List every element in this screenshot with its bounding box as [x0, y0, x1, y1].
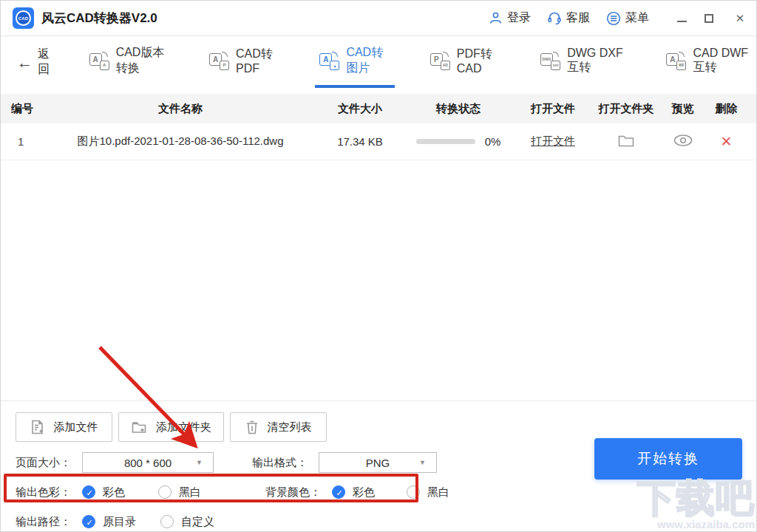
open-file-link[interactable]: 打开文件 — [531, 134, 575, 147]
add-file-label: 添加文件 — [54, 420, 98, 434]
output-color-radio-bw[interactable]: 黑白 — [158, 485, 201, 499]
file-list-empty-area — [1, 160, 756, 400]
tab-dwg-dxf-convert[interactable]: DWGDXF DWG DXF互转 — [536, 36, 631, 88]
bottom-panel: 添加文件 添加文件夹 清空列表 页面大小： 800 * 600 ▼ 输出格式： … — [1, 400, 756, 532]
headset-icon — [547, 11, 562, 25]
tab-bar: ← 返回 AA CAD版本转换 AP CAD转PDF A▴ CAD转图片 PAD… — [1, 36, 756, 88]
back-button[interactable]: ← 返回 — [17, 36, 55, 88]
clear-list-label: 清空列表 — [268, 420, 312, 434]
tab-pdf-to-cad[interactable]: PAD PDF转CAD — [426, 36, 505, 88]
page-size-value: 800 * 600 — [124, 457, 172, 469]
radio-checked-icon — [82, 485, 95, 499]
col-header-preview: 预览 — [659, 102, 707, 116]
radio-label: 自定义 — [181, 515, 214, 529]
radio-label: 原目录 — [103, 515, 136, 529]
tab-label: CAD DWF互转 — [693, 47, 752, 75]
maximize-button[interactable] — [705, 14, 713, 23]
cad-version-convert-icon: AA — [89, 52, 109, 70]
menu-icon — [606, 11, 621, 26]
bg-color-label: 背景颜色： — [265, 485, 332, 499]
output-format-dropdown[interactable]: PNG ▼ — [319, 452, 437, 473]
radio-unchecked-icon — [160, 515, 174, 528]
title-bar: CAD 风云CAD转换器V2.0 登录 客服 菜单 ✕ — [1, 1, 756, 36]
service-label: 客服 — [566, 10, 590, 26]
output-color-radio-color[interactable]: 彩色 — [82, 485, 125, 499]
login-label: 登录 — [507, 10, 531, 26]
tab-label: CAD版本转换 — [116, 45, 169, 76]
trash-icon — [245, 420, 259, 435]
back-arrow-icon: ← — [17, 55, 33, 70]
output-path-radio-original[interactable]: 原目录 — [82, 515, 136, 529]
tab-cad-to-pdf[interactable]: AP CAD转PDF — [205, 36, 284, 88]
page-size-dropdown[interactable]: 800 * 600 ▼ — [82, 452, 214, 473]
radio-checked-icon — [332, 485, 345, 499]
clear-list-button[interactable]: 清空列表 — [230, 412, 327, 442]
caret-down-icon: ▼ — [419, 459, 426, 466]
cad-to-image-icon: A▴ — [319, 52, 339, 70]
output-path-radio-custom[interactable]: 自定义 — [160, 515, 214, 529]
output-color-label: 输出色彩： — [16, 485, 82, 499]
row-id: 1 — [1, 135, 45, 148]
row-filename: 图片10.pdf-2021-01-28-08-36-50-112.dwg — [45, 134, 316, 149]
tab-cad-to-image[interactable]: A▴ CAD转图片 — [315, 36, 394, 88]
radio-label: 黑白 — [427, 485, 449, 499]
delete-button[interactable]: ✕ — [721, 134, 733, 149]
add-file-button[interactable]: 添加文件 — [16, 412, 112, 442]
tab-cad-dwf-convert[interactable]: AWF CAD DWF互转 — [662, 36, 756, 88]
row-filesize: 17.34 KB — [316, 135, 404, 148]
bg-color-radio-bw[interactable]: 黑白 — [407, 485, 449, 499]
table-row: 1 图片10.pdf-2021-01-28-08-36-50-112.dwg 1… — [1, 123, 756, 160]
output-path-label: 输出路径： — [16, 515, 82, 529]
radio-label: 彩色 — [353, 485, 375, 499]
bg-color-radio-color[interactable]: 彩色 — [332, 485, 375, 499]
cad-converter-window: { "titlebar": { "app_title": "风云CAD转换器V2… — [0, 0, 757, 532]
dwg-dxf-convert-icon: DWGDXF — [540, 52, 560, 70]
cad-to-pdf-icon: AP — [209, 52, 229, 70]
radio-unchecked-icon — [407, 485, 420, 499]
app-logo-icon: CAD — [13, 7, 34, 29]
start-convert-button[interactable]: 开始转换 — [594, 438, 742, 480]
add-folder-button[interactable]: 添加文件夹 — [118, 412, 224, 442]
output-format-value: PNG — [366, 457, 390, 469]
col-header-status: 转换状态 — [404, 102, 512, 116]
open-folder-button[interactable] — [617, 133, 635, 148]
minimize-button[interactable] — [677, 21, 687, 22]
eye-icon — [673, 134, 693, 147]
row-status-cell: 0% — [404, 135, 512, 148]
col-header-open-file: 打开文件 — [512, 102, 594, 116]
col-header-id: 编号 — [1, 102, 45, 116]
user-icon — [489, 11, 503, 25]
radio-checked-icon — [82, 515, 95, 528]
col-header-open-folder: 打开文件夹 — [594, 102, 659, 116]
preview-button[interactable] — [673, 134, 693, 147]
add-folder-icon — [131, 420, 147, 434]
add-folder-label: 添加文件夹 — [156, 420, 211, 434]
progress-percent: 0% — [485, 135, 501, 148]
caret-down-icon: ▼ — [196, 459, 203, 466]
radio-label: 黑白 — [179, 485, 201, 499]
add-file-icon — [30, 419, 45, 435]
tab-label: DWG DXF互转 — [567, 47, 626, 75]
col-header-filename: 文件名称 — [45, 102, 316, 116]
tab-label: PDF转CAD — [457, 47, 500, 75]
output-format-label: 输出格式： — [252, 456, 319, 470]
tab-label: CAD转图片 — [346, 45, 390, 76]
login-button[interactable]: 登录 — [489, 10, 531, 26]
col-header-size: 文件大小 — [316, 102, 404, 116]
folder-icon — [617, 133, 635, 148]
menu-button[interactable]: 菜单 — [606, 10, 649, 26]
app-title: 风云CAD转换器V2.0 — [41, 10, 157, 27]
radio-unchecked-icon — [158, 485, 172, 499]
tab-cad-version-convert[interactable]: AA CAD版本转换 — [85, 36, 174, 88]
pdf-to-cad-icon: PAD — [430, 52, 450, 70]
radio-label: 彩色 — [103, 485, 125, 499]
menu-label: 菜单 — [625, 10, 649, 26]
tab-label: CAD转PDF — [236, 47, 279, 75]
page-size-label: 页面大小： — [16, 456, 82, 470]
back-label: 返回 — [38, 47, 55, 78]
col-header-delete: 删除 — [707, 102, 746, 116]
customer-service-button[interactable]: 客服 — [547, 10, 590, 26]
cad-dwf-convert-icon: AWF — [666, 52, 686, 70]
progress-bar — [416, 139, 475, 144]
close-button[interactable]: ✕ — [734, 13, 746, 24]
